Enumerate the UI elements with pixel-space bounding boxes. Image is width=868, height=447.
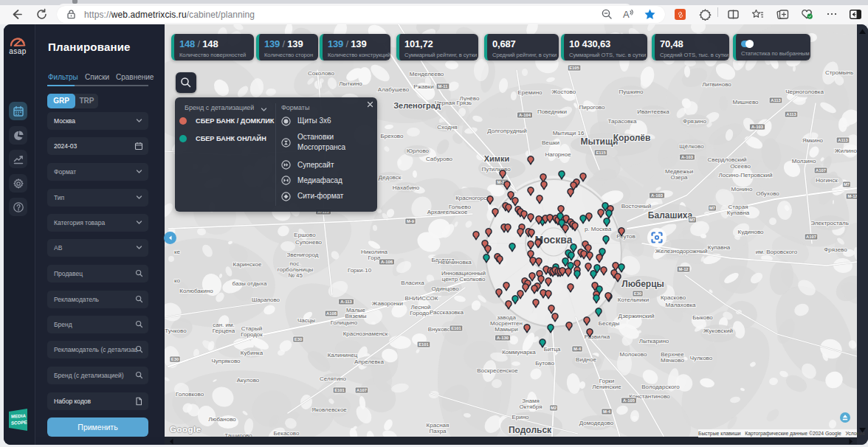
svg-text:SCOPE: SCOPE: [11, 420, 27, 426]
svg-text:Нагорное: Нагорное: [545, 151, 571, 158]
svg-text:А108: А108: [326, 311, 337, 316]
svg-text:Пахра: Пахра: [429, 428, 447, 434]
svg-text:А113: А113: [771, 98, 781, 103]
svg-text:Стромынь: Стромынь: [825, 69, 853, 76]
svg-text:Е101: Е101: [451, 326, 461, 330]
svg-text:А-103: А-103: [751, 125, 764, 129]
svg-text:Котельники: Котельники: [618, 297, 649, 303]
svg-text:Люберцы: Люберцы: [621, 279, 664, 289]
svg-text:Красногорск: Красногорск: [455, 195, 489, 201]
svg-text:Видное: Видное: [576, 356, 596, 363]
svg-text:Мячково: Мячково: [661, 357, 684, 364]
svg-text:Железнодорожный: Железнодорожный: [655, 248, 708, 254]
svg-text:Бутово: Бутово: [535, 360, 554, 367]
svg-text:Ершово: Ершово: [294, 232, 316, 238]
svg-text:Электросталь: Электросталь: [810, 220, 849, 226]
svg-text:Селятино: Селятино: [320, 375, 347, 382]
svg-text:Голицыно: Голицыно: [331, 319, 358, 326]
svg-text:Лосино-Петровский: Лосино-Петровский: [719, 172, 773, 179]
svg-text:Коммунарка: Коммунарка: [502, 349, 536, 356]
svg-text:Ямкино: Ямкино: [802, 137, 824, 144]
svg-text:Е101: Е101: [418, 342, 429, 347]
svg-text:Юрлово: Юрлово: [407, 148, 430, 154]
svg-text:Балашиха: Балашиха: [648, 210, 693, 221]
svg-text:М-4: М-4: [574, 347, 582, 351]
svg-text:Реутов: Реутов: [616, 233, 636, 240]
svg-text:Тарасовка: Тарасовка: [608, 118, 637, 125]
svg-text:им. Воровского: им. Воровского: [756, 249, 798, 255]
svg-text:Дзержинский: Дзержинский: [619, 313, 655, 319]
svg-text:Жуковский: Жуковский: [703, 328, 733, 334]
svg-text:Акулово: Акулово: [237, 377, 260, 384]
svg-text:Монино: Монино: [731, 186, 754, 193]
svg-text:Октября: Октября: [519, 403, 542, 410]
svg-text:Кубинка: Кубинка: [241, 350, 264, 356]
svg-text:Зеленоград: Зеленоград: [393, 101, 441, 110]
svg-text:Менделеево: Менделеево: [410, 71, 444, 77]
svg-text:Поведники: Поведники: [537, 108, 567, 115]
svg-text:Домодедово: Домодедово: [579, 420, 614, 426]
svg-text:М-4: М-4: [603, 409, 611, 414]
svg-text:Е30: Е30: [294, 337, 302, 342]
svg-text:Подольск: Подольск: [509, 425, 552, 435]
svg-text:Е30: Е30: [171, 357, 179, 361]
svg-text:Щёлково: Щёлково: [679, 143, 704, 150]
svg-text:Фрязево: Фрязево: [824, 246, 847, 253]
svg-text:Жилино: Жилино: [835, 148, 857, 154]
svg-text:MEDIA: MEDIA: [11, 413, 26, 419]
svg-text:Химки: Химки: [484, 154, 510, 163]
svg-text:Внуково: Внуково: [428, 326, 451, 333]
svg-text:Жаворонки: Жаворонки: [372, 300, 403, 307]
svg-text:Калининец: Калининец: [328, 352, 358, 358]
svg-text:Городок: Городок: [241, 331, 263, 338]
svg-text:Вешки: Вешки: [542, 139, 559, 146]
svg-text:Малаховка: Малаховка: [665, 302, 696, 308]
svg-text:А107: А107: [806, 235, 816, 239]
svg-text:Фрязино: Фрязино: [683, 118, 706, 125]
svg-text:Любаново: Любаново: [208, 416, 236, 423]
svg-text:Купавна: Купавна: [708, 244, 731, 251]
svg-text:Бекасово: Бекасово: [274, 430, 300, 437]
svg-text:Ногинск: Ногинск: [816, 177, 838, 184]
svg-text:Молзино: Молзино: [792, 158, 816, 164]
svg-text:№ 45: № 45: [288, 272, 303, 279]
svg-text:Пирогово: Пирогово: [579, 104, 605, 111]
svg-text:А-103: А-103: [681, 155, 694, 159]
svg-text:Апрелевка: Апрелевка: [354, 358, 384, 365]
svg-text:Нахабино: Нахабино: [393, 184, 420, 191]
svg-text:Литвиново: Литвиново: [702, 81, 731, 88]
svg-text:Вяземы: Вяземы: [345, 313, 367, 319]
svg-text:А-104: А-104: [519, 113, 531, 117]
svg-text:Рассказовка: Рассказовка: [430, 309, 464, 316]
svg-text:Сабурово: Сабурово: [426, 156, 453, 162]
svg-text:Тучково: Тучково: [165, 328, 187, 334]
svg-text:М-12: М-12: [678, 267, 688, 271]
svg-text:Пушкино: Пушкино: [619, 89, 644, 95]
svg-text:Брехово: Брехово: [381, 133, 404, 139]
svg-text:Часцы: Часцы: [297, 317, 315, 324]
svg-text:Соколово: Соколово: [308, 70, 334, 77]
svg-text:Дедовск: Дедовск: [379, 174, 402, 181]
svg-text:Чупряково: Чупряково: [211, 358, 241, 364]
svg-text:Лыткино: Лыткино: [339, 80, 362, 87]
svg-text:Ленинские: Ленинские: [592, 384, 621, 390]
svg-text:А113: А113: [838, 138, 848, 142]
svg-text:Одинцово: Одинцово: [431, 285, 459, 292]
svg-text:A: A: [623, 9, 630, 20]
svg-text:Шарапово: Шарапово: [252, 297, 280, 303]
svg-text:Архангельское: Архангельское: [427, 209, 468, 215]
svg-text:Восточный: Восточный: [621, 203, 651, 209]
svg-text:Ржавки: Ржавки: [413, 83, 433, 90]
svg-text:центр Сколково: центр Сколково: [442, 276, 486, 283]
svg-text:ВНИИССОК: ВНИИССОК: [405, 295, 438, 302]
svg-text:Кудиново: Кудиново: [737, 229, 764, 235]
svg-text:Битца: Битца: [544, 346, 561, 353]
svg-text:М-12: М-12: [847, 194, 857, 198]
svg-text:Беседы: Беседы: [599, 320, 620, 327]
svg-text:Молоково: Молоково: [620, 351, 647, 358]
svg-text:Сходня: Сходня: [437, 124, 457, 131]
svg-text:Колюбакино: Колюбакино: [179, 288, 213, 294]
svg-text:Озера: Озера: [670, 174, 688, 181]
svg-text:Яковлевское: Яковлевское: [311, 406, 347, 413]
svg-text:Лыткарино: Лыткарино: [639, 338, 669, 344]
